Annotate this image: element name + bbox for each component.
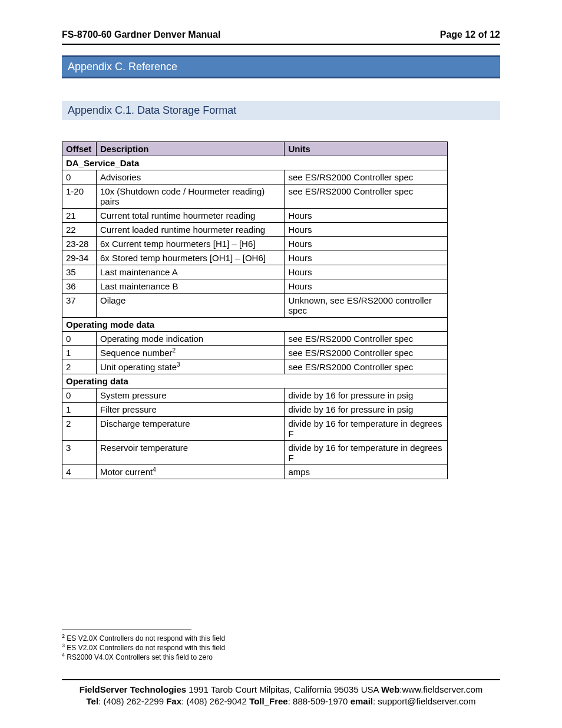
cell-offset: 2	[62, 417, 97, 441]
footnote-number: 3	[62, 643, 65, 648]
table-row: 21Current total runtime hourmeter readin…	[62, 209, 448, 223]
footnote: 3 ES V2.0X Controllers do not respond wi…	[62, 643, 225, 653]
footnote-rule	[62, 630, 191, 630]
footer-fax: : (408) 262-9042	[181, 696, 249, 706]
cell-offset: 1	[62, 403, 97, 417]
table-row: 4Motor current4amps	[62, 465, 448, 479]
data-storage-table: Offset Description Units DA_Service_Data…	[62, 141, 448, 479]
cell-description: Last maintenance A	[96, 265, 284, 279]
cell-offset: 23-28	[62, 237, 97, 251]
footer-company: FieldServer Technologies	[80, 684, 186, 694]
cell-description: Advisories	[96, 170, 284, 185]
table-row: 1Sequence number2see ES/RS2000 Controlle…	[62, 346, 448, 360]
cell-offset: 35	[62, 265, 97, 279]
footer-web: :www.fieldserver.com	[399, 684, 482, 694]
footnote-number: 4	[62, 652, 65, 658]
cell-offset: 0	[62, 332, 97, 346]
footer-rule	[62, 679, 500, 680]
table-row: 3Reservoir temperaturedivide by 16 for t…	[62, 441, 448, 465]
cell-offset: 0	[62, 388, 97, 403]
footer-tollfree: : 888-509-1970	[288, 696, 351, 706]
footnotes: 2 ES V2.0X Controllers do not respond wi…	[62, 634, 225, 663]
cell-units: Hours	[285, 209, 448, 223]
page-number: Page 12 of 12	[440, 29, 500, 40]
cell-offset: 2	[62, 360, 97, 374]
cell-units: see ES/RS2000 Controller spec	[285, 332, 448, 346]
th-description: Description	[96, 142, 284, 156]
cell-offset: 36	[62, 279, 97, 294]
section-appendix-c: Appendix C. Reference	[62, 55, 500, 78]
table-row: 1Filter pressuredivide by 16 for pressur…	[62, 403, 448, 417]
cell-units: divide by 16 for pressure in psig	[285, 388, 448, 403]
table-row: 1-2010x (Shutdown code / Hourmeter readi…	[62, 185, 448, 209]
cell-description: Current loaded runtime hourmeter reading	[96, 223, 284, 237]
footer-fax-label: Fax	[166, 696, 181, 706]
footer-line-2: Tel: (408) 262-2299 Fax: (408) 262-9042 …	[62, 696, 500, 707]
cell-units: divide by 16 for temperature in degrees …	[285, 441, 448, 465]
cell-description: Motor current4	[96, 465, 284, 479]
cell-units: Hours	[285, 279, 448, 294]
table-section-title: DA_Service_Data	[62, 156, 448, 170]
cell-units: see ES/RS2000 Controller spec	[285, 360, 448, 374]
cell-description: Unit operating state3	[96, 360, 284, 374]
page-footer: FieldServer Technologies 1991 Tarob Cour…	[62, 684, 500, 707]
cell-offset: 0	[62, 170, 97, 185]
cell-offset: 29-34	[62, 251, 97, 265]
table-section-title: Operating data	[62, 374, 448, 388]
table-section-row: DA_Service_Data	[62, 156, 448, 170]
footer-web-label: Web	[381, 684, 399, 694]
table-row: 22Current loaded runtime hourmeter readi…	[62, 223, 448, 237]
footnote-ref: 4	[153, 466, 156, 473]
table-header-row: Offset Description Units	[62, 142, 448, 156]
table-row: 2Unit operating state3see ES/RS2000 Cont…	[62, 360, 448, 374]
cell-description: Last maintenance B	[96, 279, 284, 294]
cell-offset: 4	[62, 465, 97, 479]
cell-units: Hours	[285, 265, 448, 279]
footnote: 4 RS2000 V4.0X Controllers set this fiel…	[62, 653, 225, 662]
cell-units: amps	[285, 465, 448, 479]
doc-title: FS-8700-60 Gardner Denver Manual	[62, 29, 220, 40]
footnote-number: 2	[62, 633, 65, 639]
page-header: FS-8700-60 Gardner Denver Manual Page 12…	[62, 29, 500, 45]
table-section-row: Operating data	[62, 374, 448, 388]
footer-line-1: FieldServer Technologies 1991 Tarob Cour…	[62, 684, 500, 696]
cell-description: Filter pressure	[96, 403, 284, 417]
cell-offset: 22	[62, 223, 97, 237]
cell-description: Discharge temperature	[96, 417, 284, 441]
cell-description: 6x Stored temp hourmeters [OH1] – [OH6]	[96, 251, 284, 265]
footer-email: : support@fieldserver.com	[373, 696, 475, 706]
footer-tel-label: Tel	[87, 696, 99, 706]
footer-address: 1991 Tarob Court Milpitas, California 95…	[186, 684, 381, 694]
table-row: 36Last maintenance BHours	[62, 279, 448, 294]
table-row: 0Advisoriessee ES/RS2000 Controller spec	[62, 170, 448, 185]
cell-description: 10x (Shutdown code / Hourmeter reading) …	[96, 185, 284, 209]
footnote-ref: 2	[173, 347, 176, 354]
table-section-title: Operating mode data	[62, 318, 448, 332]
cell-offset: 21	[62, 209, 97, 223]
table-row: 35Last maintenance AHours	[62, 265, 448, 279]
cell-offset: 1-20	[62, 185, 97, 209]
cell-description: Current total runtime hourmeter reading	[96, 209, 284, 223]
cell-units: see ES/RS2000 Controller spec	[285, 185, 448, 209]
table-section-row: Operating mode data	[62, 318, 448, 332]
cell-units: see ES/RS2000 Controller spec	[285, 346, 448, 360]
section-appendix-c1: Appendix C.1. Data Storage Format	[62, 101, 500, 120]
cell-description: System pressure	[96, 388, 284, 403]
cell-offset: 3	[62, 441, 97, 465]
footer-tollfree-label: Toll_Free	[249, 696, 288, 706]
cell-description: 6x Current temp hourmeters [H1] – [H6]	[96, 237, 284, 251]
cell-description: Reservoir temperature	[96, 441, 284, 465]
cell-offset: 1	[62, 346, 97, 360]
footnote-ref: 3	[177, 361, 180, 368]
cell-description: Oilage	[96, 294, 284, 318]
table-row: 0System pressuredivide by 16 for pressur…	[62, 388, 448, 403]
footer-tel: : (408) 262-2299	[98, 696, 166, 706]
cell-units: divide by 16 for pressure in psig	[285, 403, 448, 417]
cell-units: divide by 16 for temperature in degrees …	[285, 417, 448, 441]
cell-units: Unknown, see ES/RS2000 controller spec	[285, 294, 448, 318]
table-row: 23-286x Current temp hourmeters [H1] – […	[62, 237, 448, 251]
cell-offset: 37	[62, 294, 97, 318]
cell-units: Hours	[285, 237, 448, 251]
table-row: 2Discharge temperaturedivide by 16 for t…	[62, 417, 448, 441]
table-row: 37OilageUnknown, see ES/RS2000 controlle…	[62, 294, 448, 318]
